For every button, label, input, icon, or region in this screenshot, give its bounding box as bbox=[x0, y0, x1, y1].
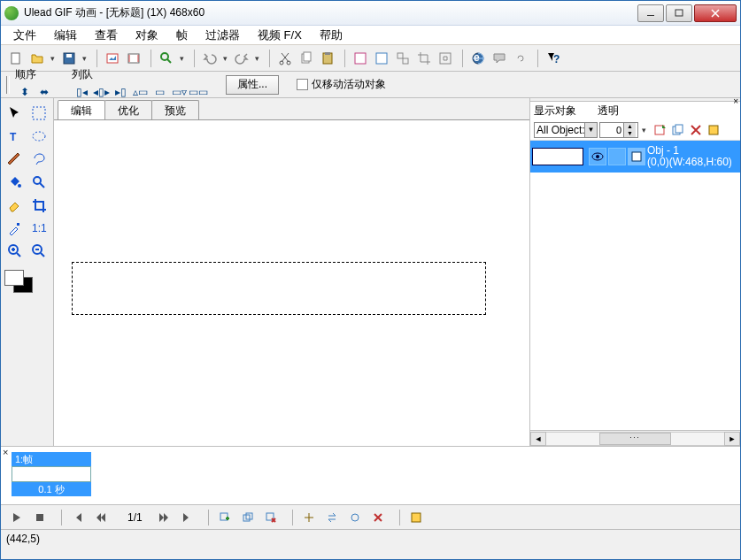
frame-item[interactable]: 1:帧 0.1 秒 bbox=[12, 452, 91, 496]
bring-front-icon[interactable]: ⬍ bbox=[15, 82, 35, 102]
reverse-icon[interactable] bbox=[323, 509, 341, 526]
stop-button[interactable] bbox=[31, 509, 49, 526]
add-frame-icon[interactable] bbox=[216, 509, 234, 526]
zoomin-tool-icon[interactable] bbox=[4, 241, 27, 262]
import-image-icon[interactable] bbox=[103, 49, 122, 68]
open-dropdown[interactable]: ▾ bbox=[49, 54, 56, 63]
dup-frame-icon[interactable] bbox=[239, 509, 257, 526]
menu-help[interactable]: 帮助 bbox=[311, 26, 351, 45]
save-icon[interactable] bbox=[59, 49, 79, 68]
undo-dropdown[interactable]: ▾ bbox=[221, 54, 228, 63]
import-video-icon[interactable] bbox=[124, 49, 143, 68]
new-icon[interactable] bbox=[6, 49, 26, 68]
object-item[interactable]: Obj - 1 (0,0)(W:468,H:60) bbox=[530, 141, 740, 173]
scroll-left-icon[interactable]: ◄ bbox=[530, 432, 546, 446]
object-scrollbar[interactable]: ◄ ∙∙∙ ► bbox=[530, 430, 740, 446]
crop-icon[interactable] bbox=[414, 49, 434, 68]
paste-icon[interactable] bbox=[318, 49, 337, 68]
move-only-checkbox[interactable]: 仅移动活动对象 bbox=[297, 77, 386, 92]
play-button[interactable] bbox=[8, 509, 26, 526]
scroll-thumb[interactable]: ∙∙∙ bbox=[599, 433, 670, 445]
svg-text:?: ? bbox=[553, 53, 560, 65]
undo-icon[interactable] bbox=[200, 49, 220, 68]
transparency-input[interactable] bbox=[600, 123, 623, 137]
svg-point-25 bbox=[34, 177, 41, 184]
marquee-tool-icon[interactable] bbox=[28, 103, 51, 124]
delete2-icon[interactable] bbox=[369, 509, 387, 526]
eyedropper-tool-icon[interactable] bbox=[4, 218, 27, 239]
titlebar: Ulead GIF 动画 - [无标题] (1X) 468x60 bbox=[1, 1, 740, 26]
crop-tool-icon[interactable] bbox=[28, 195, 51, 216]
first-frame-button[interactable] bbox=[69, 509, 87, 526]
tab-edit[interactable]: 编辑 bbox=[58, 100, 105, 119]
spinner-arrows-icon[interactable]: ▲▼ bbox=[623, 123, 636, 137]
tween-icon[interactable] bbox=[300, 509, 318, 526]
loop-icon[interactable] bbox=[346, 509, 364, 526]
actualsize-tool-icon[interactable]: 1:1 bbox=[28, 218, 51, 239]
last-frame-button[interactable] bbox=[178, 509, 196, 526]
scroll-track[interactable]: ∙∙∙ bbox=[546, 432, 724, 446]
wand-tool-icon[interactable] bbox=[28, 172, 51, 193]
export-gif-icon[interactable] bbox=[351, 49, 370, 68]
zoomout-tool-icon[interactable] bbox=[28, 241, 51, 262]
prev-frame-button[interactable] bbox=[92, 509, 110, 526]
ellipse-marquee-icon[interactable] bbox=[28, 126, 51, 147]
redo-dropdown[interactable]: ▾ bbox=[253, 54, 260, 63]
lock-slot-icon[interactable] bbox=[608, 148, 626, 165]
duplicate-object-icon[interactable] bbox=[670, 122, 686, 138]
object-selector[interactable]: All Object:▼ bbox=[534, 122, 598, 138]
delete-object-icon[interactable] bbox=[688, 122, 704, 138]
canvas-object[interactable] bbox=[72, 262, 486, 315]
eraser-tool-icon[interactable] bbox=[4, 195, 27, 216]
chat-icon[interactable] bbox=[490, 49, 509, 68]
next-frame-button[interactable] bbox=[155, 509, 173, 526]
tab-preview[interactable]: 预览 bbox=[151, 100, 199, 119]
frame-props-icon[interactable] bbox=[407, 509, 425, 526]
batch-icon[interactable] bbox=[393, 49, 413, 68]
send-back-icon[interactable]: ⬌ bbox=[35, 82, 54, 102]
transparency-dropdown[interactable]: ▾ bbox=[640, 126, 647, 134]
menu-frame[interactable]: 帧 bbox=[167, 26, 197, 45]
redo-icon[interactable] bbox=[232, 49, 251, 68]
save-dropdown[interactable]: ▾ bbox=[81, 54, 88, 63]
fgcolor-swatch[interactable] bbox=[4, 270, 24, 286]
maximize-button[interactable] bbox=[666, 4, 692, 22]
magnify-dropdown[interactable]: ▾ bbox=[178, 54, 185, 63]
export-psd-icon[interactable] bbox=[372, 49, 391, 68]
close-button[interactable] bbox=[694, 4, 737, 22]
window-title: Ulead GIF 动画 - [无标题] (1X) 468x60 bbox=[24, 5, 636, 20]
color-swatches[interactable] bbox=[3, 268, 51, 300]
menu-view[interactable]: 查看 bbox=[86, 26, 127, 45]
panel-close-icon[interactable]: × bbox=[733, 96, 738, 106]
menu-file[interactable]: 文件 bbox=[4, 26, 45, 45]
link-icon[interactable] bbox=[511, 49, 530, 68]
lasso-tool-icon[interactable] bbox=[28, 149, 51, 170]
copy-icon[interactable] bbox=[297, 49, 316, 68]
add-object-icon[interactable] bbox=[652, 122, 668, 138]
transparency-spinner[interactable]: ▲▼ bbox=[599, 122, 638, 138]
open-icon[interactable] bbox=[27, 49, 47, 68]
object-props-icon[interactable] bbox=[706, 122, 722, 138]
framestrip-close-icon[interactable]: × bbox=[3, 447, 8, 457]
canvas[interactable] bbox=[54, 119, 529, 446]
pointer-tool-icon[interactable] bbox=[4, 103, 27, 124]
brush-tool-icon[interactable] bbox=[4, 149, 27, 170]
tab-optimize[interactable]: 优化 bbox=[104, 100, 152, 119]
visibility-eye-icon[interactable] bbox=[589, 148, 606, 165]
magnify-icon[interactable] bbox=[157, 49, 176, 68]
menu-videofx[interactable]: 视频 F/X bbox=[249, 26, 311, 45]
delete-frame-icon[interactable] bbox=[262, 509, 280, 526]
menu-filter[interactable]: 过滤器 bbox=[197, 26, 249, 45]
resize-icon[interactable] bbox=[436, 49, 455, 68]
menu-edit[interactable]: 编辑 bbox=[45, 26, 86, 45]
minimize-button[interactable] bbox=[637, 4, 664, 22]
cut-icon[interactable] bbox=[275, 49, 295, 68]
mode-slot-icon[interactable] bbox=[628, 148, 645, 165]
text-tool-icon[interactable]: T bbox=[4, 126, 27, 147]
browser-icon[interactable]: e bbox=[468, 49, 488, 68]
bucket-tool-icon[interactable] bbox=[4, 172, 27, 193]
scroll-right-icon[interactable]: ► bbox=[724, 432, 740, 446]
context-help-icon[interactable]: ? bbox=[544, 49, 563, 68]
menu-object[interactable]: 对象 bbox=[127, 26, 167, 45]
properties-button[interactable]: 属性... bbox=[226, 75, 279, 95]
